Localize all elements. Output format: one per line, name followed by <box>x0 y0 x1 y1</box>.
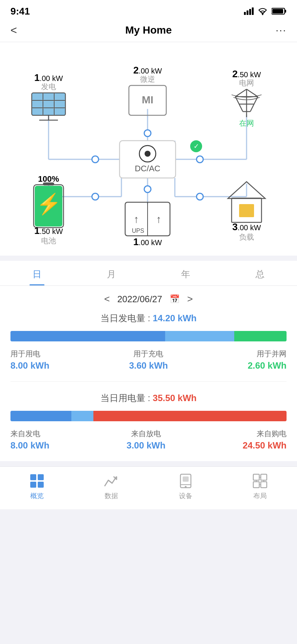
svg-text:负载: 负载 <box>239 233 254 241</box>
device-icon <box>177 473 194 489</box>
energy-flow-svg: ✓ 1.00 kW 发电 <box>7 51 290 245</box>
svg-text:发电: 发电 <box>41 82 56 91</box>
svg-text:电网: 电网 <box>239 79 254 87</box>
tab-bar-device-label: 设备 <box>179 491 192 500</box>
signal-icon <box>244 7 254 15</box>
svg-rect-43 <box>55 108 65 115</box>
svg-rect-36 <box>43 93 54 100</box>
svg-point-0 <box>262 14 263 15</box>
calendar-icon[interactable]: 📅 <box>170 294 180 304</box>
layout-icon <box>252 473 268 489</box>
bottom-tab-bar: 概览 数据 设备 布局 <box>0 466 297 509</box>
stat-to-grid: 用于并网 2.60 kWh <box>248 349 287 371</box>
svg-point-21 <box>144 186 151 193</box>
svg-rect-40 <box>55 101 65 107</box>
svg-rect-67 <box>43 182 54 185</box>
generation-stats: 当日发电量 : 14.20 kWh 用于用电 8.00 kWh 用于充电 3.6… <box>0 312 297 381</box>
status-icons <box>244 7 287 15</box>
tab-bar-overview-label: 概览 <box>30 491 44 500</box>
generation-title: 当日发电量 : 14.20 kWh <box>10 312 287 324</box>
svg-line-57 <box>254 97 258 104</box>
svg-text:UPS: UPS <box>132 228 144 234</box>
svg-rect-91 <box>183 476 189 482</box>
stat-from-grid: 来自购电 24.50 kWh <box>243 429 287 451</box>
stat-to-load: 用于用电 8.00 kWh <box>10 349 49 371</box>
tab-bar-data-label: 数据 <box>105 491 118 500</box>
svg-rect-37 <box>55 93 65 100</box>
svg-text:MI: MI <box>142 94 153 106</box>
consumption-bar <box>10 411 287 421</box>
stat-to-charge: 用于充电 3.60 kWh <box>129 349 168 371</box>
svg-rect-84 <box>30 474 36 480</box>
tab-bar-layout[interactable]: 布局 <box>223 473 297 500</box>
svg-rect-42 <box>43 108 54 115</box>
tab-bar-device[interactable]: 设备 <box>149 473 223 500</box>
gen-seg-load <box>10 331 165 341</box>
tab-day[interactable]: 日 <box>0 261 74 285</box>
svg-rect-81 <box>239 204 254 217</box>
tab-year[interactable]: 年 <box>149 261 223 285</box>
generation-stats-row: 用于用电 8.00 kWh 用于充电 3.60 kWh 用于并网 2.60 kW… <box>10 349 287 371</box>
tab-month[interactable]: 月 <box>74 261 149 285</box>
next-date-button[interactable]: > <box>187 293 193 305</box>
cons-seg-discharge <box>71 411 93 421</box>
wifi-icon <box>257 7 268 15</box>
energy-flow-card: ✓ 1.00 kW 发电 <box>0 42 297 256</box>
svg-rect-94 <box>253 482 259 488</box>
svg-rect-86 <box>30 482 36 488</box>
svg-point-63 <box>145 151 151 157</box>
svg-point-20 <box>197 156 203 163</box>
svg-point-19 <box>144 130 151 137</box>
svg-line-55 <box>247 89 258 97</box>
svg-text:2.00 kW: 2.00 kW <box>133 65 162 76</box>
generation-bar <box>10 331 287 341</box>
tab-bar-overview[interactable]: 概览 <box>0 473 74 500</box>
svg-rect-85 <box>38 474 44 480</box>
period-tabs: 日 月 年 总 <box>0 261 297 286</box>
date-navigation: < 2022/06/27 📅 > <box>0 286 297 312</box>
svg-point-18 <box>92 156 99 163</box>
consumption-title: 当日用电量 : 35.50 kWh <box>10 392 287 404</box>
svg-rect-41 <box>32 108 43 115</box>
svg-rect-2 <box>285 10 286 13</box>
tab-bar-layout-label: 布局 <box>253 491 267 500</box>
svg-text:2.50 kW: 2.50 kW <box>232 68 261 79</box>
svg-text:1.00 kW: 1.00 kW <box>133 236 162 245</box>
consumption-stats: 当日用电量 : 35.50 kWh 来自发电 8.00 kWh 来自放电 3.0… <box>0 382 297 461</box>
svg-text:↑: ↑ <box>156 213 161 225</box>
stats-main-card: 日 月 年 总 < 2022/06/27 📅 > 当日发电量 : 14.20 k… <box>0 261 297 461</box>
svg-rect-92 <box>253 474 259 480</box>
stat-from-solar: 来自发电 8.00 kWh <box>10 429 49 451</box>
nav-bar: < My Home ··· <box>0 20 297 42</box>
svg-rect-39 <box>43 101 54 107</box>
back-button[interactable]: < <box>10 24 29 37</box>
svg-text:微逆: 微逆 <box>140 75 155 83</box>
svg-text:1.00 kW: 1.00 kW <box>34 72 63 83</box>
svg-text:DC/AC: DC/AC <box>135 164 161 173</box>
chart-icon <box>103 473 120 489</box>
svg-text:3.00 kW: 3.00 kW <box>232 221 261 232</box>
current-date: 2022/06/27 <box>117 294 162 304</box>
more-button[interactable]: ··· <box>268 24 287 36</box>
gen-seg-grid <box>234 331 287 341</box>
svg-rect-38 <box>32 101 43 107</box>
status-time: 9:41 <box>10 6 30 17</box>
svg-rect-93 <box>261 474 267 480</box>
svg-text:1.50 kW: 1.50 kW <box>34 225 63 236</box>
svg-rect-95 <box>261 482 267 488</box>
svg-point-22 <box>92 193 99 200</box>
svg-line-59 <box>250 104 254 112</box>
grid-icon <box>29 473 45 489</box>
prev-date-button[interactable]: < <box>104 293 110 305</box>
svg-rect-3 <box>272 9 283 13</box>
page-title: My Home <box>125 24 171 36</box>
svg-text:⚡: ⚡ <box>36 192 62 216</box>
svg-text:100%: 100% <box>38 174 59 184</box>
cons-seg-purchase <box>93 411 287 421</box>
tab-total[interactable]: 总 <box>223 261 297 285</box>
tab-bar-data[interactable]: 数据 <box>74 473 149 500</box>
svg-text:↑: ↑ <box>134 213 139 225</box>
svg-line-58 <box>239 104 243 112</box>
svg-rect-87 <box>38 482 44 488</box>
svg-rect-35 <box>32 93 43 100</box>
